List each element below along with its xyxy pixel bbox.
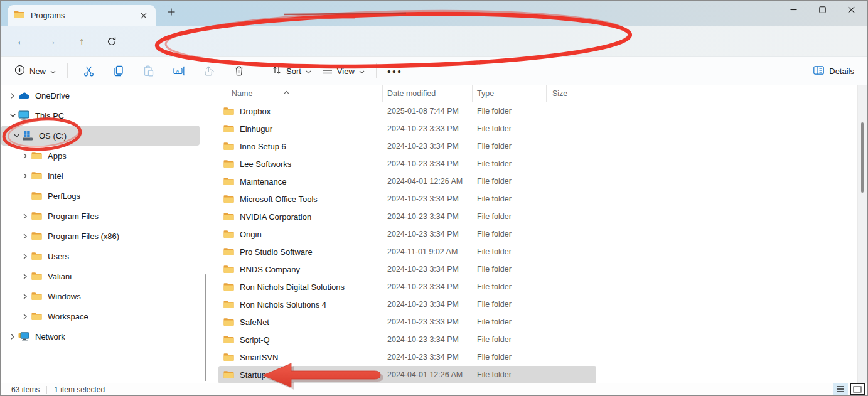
file-row-ron-nichols-digital-solutions[interactable]: Ron Nichols Digital Solutions2024-10-23 … [218,278,596,296]
sort-ascending-icon [284,85,289,97]
sidebar-item-onedrive[interactable]: OneDrive [1,85,200,105]
sidebar-item-intel[interactable]: Intel [1,166,200,186]
explorer-tab[interactable]: Programs [8,5,156,26]
file-date-modified: 2024-10-23 3:34 PM [383,353,473,361]
forward-button[interactable]: → [40,31,63,52]
share-icon[interactable] [198,61,220,81]
sidebar-item-workspace[interactable]: Workspace [1,306,200,326]
chevron-right-icon[interactable] [20,273,30,280]
file-row-ron-nichols-solutions-4[interactable]: Ron Nichols Solutions 42024-10-23 3:34 P… [218,296,596,313]
file-type: File folder [473,124,547,133]
sidebar-scrollbar[interactable] [205,274,206,381]
chevron-down-icon[interactable] [11,133,21,138]
file-row-nvidia-corporation[interactable]: NVIDIA Corporation2024-10-23 3:34 PMFile… [218,208,596,225]
chevron-right-icon[interactable] [20,313,30,320]
delete-icon[interactable] [228,61,250,81]
file-name: SafeNet [240,318,269,327]
sidebar-item-label: OS (C:) [39,131,67,141]
file-row-origin[interactable]: Origin2024-10-23 3:34 PMFile folder [218,225,596,243]
sidebar-item-network[interactable]: Network [1,326,200,346]
file-row-microsoft-office-tools[interactable]: Microsoft Office Tools2024-10-23 3:34 PM… [218,190,596,208]
chevron-right-icon[interactable] [20,173,30,179]
file-type: File folder [473,177,547,186]
sidebar-item-label: Apps [48,151,67,161]
paste-icon[interactable] [138,61,159,81]
close-button[interactable] [837,0,865,19]
maximize-button[interactable] [808,0,837,19]
file-row-dropbox[interactable]: Dropbox2025-01-08 7:44 PMFile folder [218,102,596,120]
list-scrollbar-track[interactable] [857,85,867,383]
copy-icon[interactable] [108,61,129,81]
column-header-size[interactable]: Size [547,85,597,102]
sidebar-item-perflogs[interactable]: PerfLogs [1,186,200,206]
new-button-label: New [29,67,46,76]
back-button[interactable]: ← [10,31,33,52]
folder-icon [30,232,43,240]
file-row-smartsvn[interactable]: SmartSVN2024-10-23 3:34 PMFile folder [218,348,596,366]
file-row-einhugur[interactable]: Einhugur2024-10-23 3:33 PMFile folder [218,120,596,137]
minimize-button[interactable] [779,0,808,19]
sidebar-item-program-files-x86[interactable]: Program Files (x86) [1,226,200,246]
folder-icon [223,370,234,379]
chevron-right-icon[interactable] [8,92,18,99]
sidebar-item-windows[interactable]: Windows [1,286,200,306]
file-row-rnds-company[interactable]: RNDS Company2024-10-23 3:34 PMFile folde… [218,260,596,278]
chevron-down-icon[interactable] [8,113,18,118]
chevron-right-icon[interactable] [20,253,30,260]
sidebar-item-apps[interactable]: Apps [1,146,200,166]
file-date-modified: 2024-11-01 9:02 AM [383,247,473,256]
file-row-pro-studio-software[interactable]: Pro Studio Software2024-11-01 9:02 AMFil… [218,243,596,260]
file-row-inno-setup-6[interactable]: Inno Setup 62024-10-23 3:34 PMFile folde… [218,137,596,155]
file-date-modified: 2024-10-23 3:34 PM [383,282,473,291]
file-row-lee-softworks[interactable]: Lee Softworks2024-10-23 3:34 PMFile fold… [218,155,596,173]
details-view-toggle[interactable] [833,383,848,395]
up-button[interactable]: ↑ [70,31,93,52]
column-header-type[interactable]: Type [473,85,547,102]
sidebar-item-valiani[interactable]: Valiani [1,266,200,286]
column-header-name[interactable]: Name [213,85,383,102]
file-row-safenet[interactable]: SafeNet2024-10-23 3:33 PMFile folder [218,313,596,331]
column-header-date-modified[interactable]: Date modified [383,85,473,102]
file-type: File folder [473,370,547,379]
file-row-script-q[interactable]: Script-Q2024-10-23 3:34 PMFile folder [218,331,596,348]
details-button[interactable]: Details [813,66,854,77]
network-icon [18,332,30,341]
view-button[interactable]: View [317,62,370,80]
sidebar-item-label: PerfLogs [48,191,80,201]
new-tab-button[interactable] [163,4,179,20]
details-pane-icon [813,66,824,77]
folder-icon [14,10,24,21]
chevron-right-icon[interactable] [20,233,30,240]
folder-icon [30,252,43,260]
chevron-right-icon[interactable] [20,213,30,220]
chevron-down-icon [50,67,56,76]
chevron-right-icon[interactable] [8,333,18,340]
sidebar-item-this-pc[interactable]: This PC [1,105,200,126]
chevron-right-icon[interactable] [20,293,30,300]
chevron-right-icon[interactable] [20,153,30,159]
title-bar: Programs [0,0,868,26]
more-options-icon[interactable]: ●●● [387,68,402,75]
onedrive-icon [18,92,30,99]
file-name: Ron Nichols Digital Solutions [240,282,345,292]
file-name: Dropbox [240,107,271,116]
sidebar-item-users[interactable]: Users [1,246,200,266]
refresh-button[interactable] [100,31,123,52]
tab-title: Programs [31,11,138,20]
rename-icon[interactable]: A [168,61,190,81]
tab-close-icon[interactable] [138,10,149,21]
list-scrollbar-thumb[interactable] [861,122,864,193]
folder-icon [223,124,234,133]
folder-icon [223,265,234,274]
folder-icon [223,142,234,151]
new-button[interactable]: New [9,61,62,81]
sidebar-item-label: OneDrive [35,91,70,100]
cut-icon[interactable] [78,61,99,81]
sidebar-item-program-files[interactable]: Program Files [1,206,200,226]
file-row-startup[interactable]: Startup2024-04-01 12:26 AMFile folder [218,366,596,383]
sidebar-item-os-c[interactable]: OS (C:) [1,126,200,146]
file-row-maintenance[interactable]: Maintenance2024-04-01 12:26 AMFile folde… [218,173,596,190]
sort-button[interactable]: Sort [266,62,317,81]
folder-icon [223,177,234,186]
thumbnail-view-toggle[interactable] [850,383,865,395]
